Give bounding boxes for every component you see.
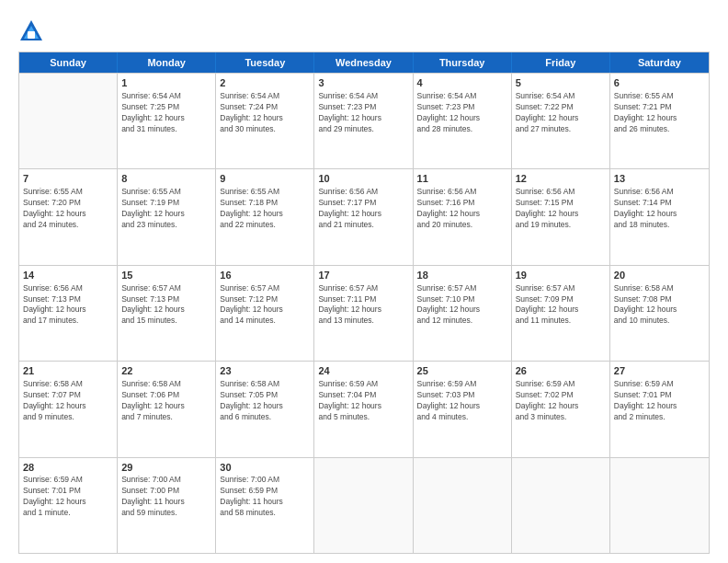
day-info: Sunrise: 6:57 AM Sunset: 7:11 PM Dayligh… (318, 283, 408, 327)
page: SundayMondayTuesdayWednesdayThursdayFrid… (0, 0, 728, 563)
day-info: Sunrise: 7:00 AM Sunset: 6:59 PM Dayligh… (220, 475, 310, 519)
day-info: Sunrise: 6:54 AM Sunset: 7:23 PM Dayligh… (417, 91, 507, 135)
day-info: Sunrise: 6:58 AM Sunset: 7:07 PM Dayligh… (23, 379, 113, 423)
day-number: 29 (121, 461, 211, 475)
day-number: 26 (516, 364, 606, 378)
calendar-cell-w1-d4: 3Sunrise: 6:54 AM Sunset: 7:23 PM Daylig… (314, 74, 413, 168)
day-info: Sunrise: 6:54 AM Sunset: 7:25 PM Dayligh… (121, 91, 211, 135)
day-info: Sunrise: 6:58 AM Sunset: 7:08 PM Dayligh… (614, 283, 705, 327)
calendar-cell-w4-d2: 22Sunrise: 6:58 AM Sunset: 7:06 PM Dayli… (118, 362, 216, 456)
calendar-row-2: 7Sunrise: 6:55 AM Sunset: 7:20 PM Daylig… (19, 168, 709, 264)
day-number: 2 (220, 76, 310, 90)
calendar-cell-w5-d4 (314, 458, 413, 553)
calendar-cell-w4-d3: 23Sunrise: 6:58 AM Sunset: 7:05 PM Dayli… (216, 362, 314, 456)
calendar-cell-w1-d7: 6Sunrise: 6:55 AM Sunset: 7:21 PM Daylig… (610, 74, 709, 168)
day-number: 24 (318, 364, 408, 378)
calendar: SundayMondayTuesdayWednesdayThursdayFrid… (18, 52, 710, 554)
calendar-cell-w2-d3: 9Sunrise: 6:55 AM Sunset: 7:18 PM Daylig… (216, 169, 314, 264)
calendar-row-1: 1Sunrise: 6:54 AM Sunset: 7:25 PM Daylig… (19, 73, 709, 168)
calendar-cell-w3-d3: 16Sunrise: 6:57 AM Sunset: 7:12 PM Dayli… (216, 266, 314, 361)
calendar-cell-w2-d7: 13Sunrise: 6:56 AM Sunset: 7:14 PM Dayli… (610, 169, 709, 264)
svg-rect-2 (28, 31, 35, 39)
day-number: 30 (220, 461, 310, 475)
calendar-cell-w2-d1: 7Sunrise: 6:55 AM Sunset: 7:20 PM Daylig… (19, 169, 118, 264)
header-day-friday: Friday (512, 52, 610, 73)
day-number: 23 (220, 364, 310, 378)
header-day-sunday: Sunday (19, 52, 118, 73)
day-info: Sunrise: 6:59 AM Sunset: 7:02 PM Dayligh… (516, 379, 606, 423)
day-number: 27 (614, 364, 705, 378)
day-number: 5 (516, 76, 606, 90)
calendar-header: SundayMondayTuesdayWednesdayThursdayFrid… (19, 52, 709, 73)
calendar-cell-w3-d6: 19Sunrise: 6:57 AM Sunset: 7:09 PM Dayli… (512, 266, 610, 361)
day-number: 11 (417, 172, 507, 186)
day-info: Sunrise: 6:57 AM Sunset: 7:09 PM Dayligh… (516, 283, 606, 327)
day-info: Sunrise: 6:55 AM Sunset: 7:21 PM Dayligh… (614, 91, 705, 135)
calendar-cell-w4-d1: 21Sunrise: 6:58 AM Sunset: 7:07 PM Dayli… (19, 362, 118, 456)
day-number: 25 (417, 364, 507, 378)
day-number: 1 (121, 76, 211, 90)
day-number: 13 (614, 172, 705, 186)
header-day-monday: Monday (118, 52, 216, 73)
calendar-cell-w2-d4: 10Sunrise: 6:56 AM Sunset: 7:17 PM Dayli… (314, 169, 413, 264)
day-number: 6 (614, 76, 705, 90)
day-number: 22 (121, 364, 211, 378)
day-number: 15 (121, 269, 211, 282)
calendar-cell-w5-d6 (512, 458, 610, 553)
day-number: 16 (220, 269, 310, 282)
day-info: Sunrise: 6:56 AM Sunset: 7:16 PM Dayligh… (417, 187, 507, 231)
day-number: 7 (23, 172, 113, 186)
calendar-row-3: 14Sunrise: 6:56 AM Sunset: 7:13 PM Dayli… (19, 265, 709, 361)
day-info: Sunrise: 6:56 AM Sunset: 7:13 PM Dayligh… (23, 283, 113, 327)
calendar-row-4: 21Sunrise: 6:58 AM Sunset: 7:07 PM Dayli… (19, 361, 709, 456)
day-info: Sunrise: 6:54 AM Sunset: 7:23 PM Dayligh… (318, 91, 408, 135)
day-number: 14 (23, 269, 113, 282)
day-number: 10 (318, 172, 408, 186)
calendar-cell-w1-d3: 2Sunrise: 6:54 AM Sunset: 7:24 PM Daylig… (216, 74, 314, 168)
day-number: 3 (318, 76, 408, 90)
day-number: 9 (220, 172, 310, 186)
calendar-cell-w4-d6: 26Sunrise: 6:59 AM Sunset: 7:02 PM Dayli… (512, 362, 610, 456)
calendar-cell-w3-d7: 20Sunrise: 6:58 AM Sunset: 7:08 PM Dayli… (610, 266, 709, 361)
calendar-cell-w1-d5: 4Sunrise: 6:54 AM Sunset: 7:23 PM Daylig… (414, 74, 512, 168)
day-number: 4 (417, 76, 507, 90)
day-number: 21 (23, 364, 113, 378)
day-info: Sunrise: 6:56 AM Sunset: 7:14 PM Dayligh… (614, 187, 705, 231)
day-number: 8 (121, 172, 211, 186)
header (18, 15, 710, 44)
day-info: Sunrise: 6:57 AM Sunset: 7:12 PM Dayligh… (220, 283, 310, 327)
day-info: Sunrise: 6:54 AM Sunset: 7:22 PM Dayligh… (516, 91, 606, 135)
day-number: 17 (318, 269, 408, 282)
calendar-cell-w4-d5: 25Sunrise: 6:59 AM Sunset: 7:03 PM Dayli… (414, 362, 512, 456)
calendar-cell-w2-d6: 12Sunrise: 6:56 AM Sunset: 7:15 PM Dayli… (512, 169, 610, 264)
day-info: Sunrise: 6:59 AM Sunset: 7:01 PM Dayligh… (614, 379, 705, 423)
day-info: Sunrise: 6:55 AM Sunset: 7:19 PM Dayligh… (121, 187, 211, 231)
logo-icon (18, 18, 44, 44)
day-info: Sunrise: 6:56 AM Sunset: 7:17 PM Dayligh… (318, 187, 408, 231)
day-info: Sunrise: 6:58 AM Sunset: 7:05 PM Dayligh… (220, 379, 310, 423)
calendar-cell-w2-d5: 11Sunrise: 6:56 AM Sunset: 7:16 PM Dayli… (414, 169, 512, 264)
logo (18, 18, 48, 44)
calendar-cell-w3-d5: 18Sunrise: 6:57 AM Sunset: 7:10 PM Dayli… (414, 266, 512, 361)
day-number: 20 (614, 269, 705, 282)
calendar-body: 1Sunrise: 6:54 AM Sunset: 7:25 PM Daylig… (19, 73, 709, 553)
day-number: 18 (417, 269, 507, 282)
day-info: Sunrise: 6:56 AM Sunset: 7:15 PM Dayligh… (516, 187, 606, 231)
header-day-thursday: Thursday (414, 52, 512, 73)
calendar-cell-w3-d2: 15Sunrise: 6:57 AM Sunset: 7:13 PM Dayli… (118, 266, 216, 361)
day-info: Sunrise: 7:00 AM Sunset: 7:00 PM Dayligh… (121, 475, 211, 519)
day-info: Sunrise: 6:59 AM Sunset: 7:04 PM Dayligh… (318, 379, 408, 423)
calendar-cell-w3-d1: 14Sunrise: 6:56 AM Sunset: 7:13 PM Dayli… (19, 266, 118, 361)
header-day-tuesday: Tuesday (216, 52, 314, 73)
day-info: Sunrise: 6:59 AM Sunset: 7:01 PM Dayligh… (23, 475, 113, 519)
calendar-cell-w5-d5 (414, 458, 512, 553)
calendar-cell-w4-d7: 27Sunrise: 6:59 AM Sunset: 7:01 PM Dayli… (610, 362, 709, 456)
calendar-cell-w5-d7 (610, 458, 709, 553)
calendar-cell-w5-d1: 28Sunrise: 6:59 AM Sunset: 7:01 PM Dayli… (19, 458, 118, 553)
calendar-row-5: 28Sunrise: 6:59 AM Sunset: 7:01 PM Dayli… (19, 457, 709, 553)
calendar-cell-w5-d3: 30Sunrise: 7:00 AM Sunset: 6:59 PM Dayli… (216, 458, 314, 553)
day-info: Sunrise: 6:55 AM Sunset: 7:18 PM Dayligh… (220, 187, 310, 231)
calendar-cell-w1-d2: 1Sunrise: 6:54 AM Sunset: 7:25 PM Daylig… (118, 74, 216, 168)
day-info: Sunrise: 6:59 AM Sunset: 7:03 PM Dayligh… (417, 379, 507, 423)
header-day-saturday: Saturday (610, 52, 709, 73)
